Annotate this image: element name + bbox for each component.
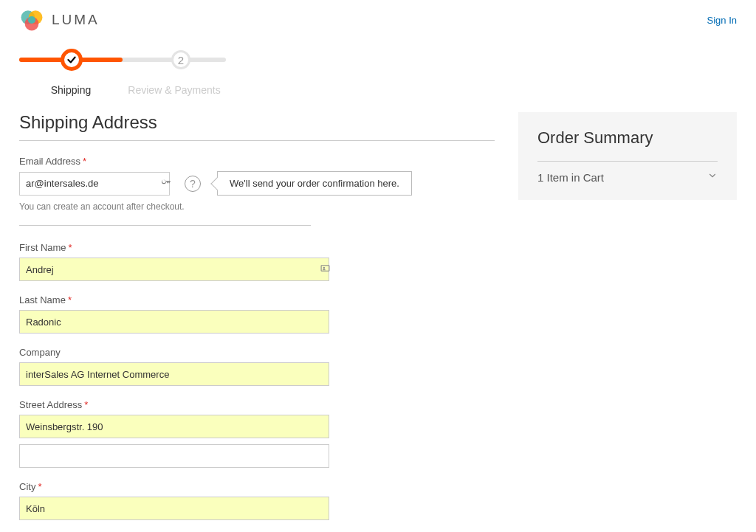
order-summary-title: Order Summary bbox=[537, 128, 718, 148]
luma-logo-icon bbox=[19, 7, 44, 32]
page-header: LUMA Sign In bbox=[0, 0, 756, 38]
city-field[interactable] bbox=[19, 497, 329, 520]
brand-name: LUMA bbox=[52, 12, 100, 28]
cart-items-toggle[interactable]: 1 Item in Cart bbox=[537, 161, 718, 184]
sign-in-link[interactable]: Sign In bbox=[707, 15, 737, 26]
email-note: You can create an account after checkout… bbox=[19, 201, 311, 212]
last-name-field[interactable] bbox=[19, 310, 329, 334]
email-label: Email Address* bbox=[19, 156, 311, 167]
chevron-down-icon bbox=[707, 170, 718, 184]
checkout-progress: 2 bbox=[19, 49, 226, 78]
step-shipping-marker bbox=[61, 49, 83, 71]
page-title: Shipping Address bbox=[19, 112, 495, 141]
first-name-label-text: First Name bbox=[19, 242, 66, 253]
first-name-label: First Name* bbox=[19, 242, 495, 253]
svg-point-3 bbox=[28, 16, 35, 24]
brand-logo[interactable]: LUMA bbox=[19, 7, 100, 32]
email-field[interactable] bbox=[19, 172, 170, 196]
street-label-text: Street Address bbox=[19, 399, 82, 410]
email-label-text: Email Address bbox=[19, 156, 80, 167]
shipping-form: Shipping Address Email Address* ? We'll … bbox=[19, 112, 495, 532]
city-label-text: City bbox=[19, 481, 35, 492]
step-review-label: Review & Payments bbox=[123, 84, 226, 96]
progress-labels: Shipping Review & Payments bbox=[19, 84, 226, 96]
street-label: Street Address* bbox=[19, 399, 495, 410]
street-field-2[interactable] bbox=[19, 444, 329, 468]
email-tooltip: We'll send your order confirmation here. bbox=[217, 171, 412, 196]
company-label: Company bbox=[19, 347, 495, 358]
last-name-label: Last Name* bbox=[19, 294, 495, 305]
help-icon[interactable]: ? bbox=[185, 176, 201, 192]
step-2-number: 2 bbox=[178, 54, 184, 66]
first-name-field[interactable] bbox=[19, 258, 329, 281]
last-name-label-text: Last Name bbox=[19, 294, 66, 305]
svg-point-5 bbox=[323, 267, 325, 269]
step-review-marker: 2 bbox=[171, 50, 190, 69]
step-shipping-label: Shipping bbox=[19, 84, 123, 96]
required-marker: * bbox=[69, 242, 72, 253]
city-label: City* bbox=[19, 481, 495, 492]
cart-items-count: 1 Item in Cart bbox=[537, 171, 604, 184]
street-field-1[interactable] bbox=[19, 415, 329, 438]
required-marker: * bbox=[84, 399, 88, 410]
company-field[interactable] bbox=[19, 362, 329, 386]
required-marker: * bbox=[38, 481, 41, 492]
check-icon bbox=[66, 55, 77, 65]
order-summary-panel: Order Summary 1 Item in Cart bbox=[518, 112, 737, 200]
required-marker: * bbox=[68, 294, 72, 305]
required-marker: * bbox=[83, 156, 86, 167]
